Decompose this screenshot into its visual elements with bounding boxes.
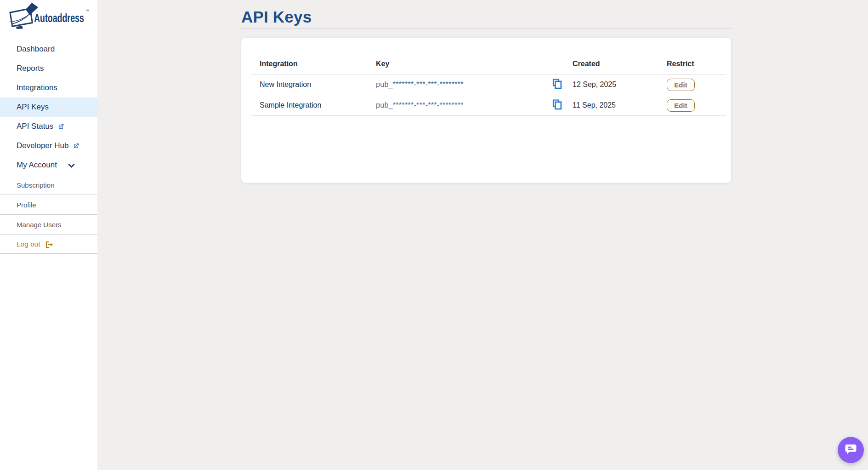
sidebar-item-label: API Status xyxy=(17,122,53,131)
sidebar-item-label: Dashboard xyxy=(17,45,55,54)
brand-trademark: ™ xyxy=(85,9,90,13)
sidebar-subitem-label: Profile xyxy=(17,201,36,209)
sidebar-item-integrations[interactable]: Integrations xyxy=(0,78,97,97)
copy-key-button[interactable] xyxy=(552,79,562,91)
logout-label: Log out xyxy=(17,240,40,248)
sidebar-item-label: API Keys xyxy=(17,103,49,112)
chat-widget-button[interactable] xyxy=(838,437,864,463)
table-row: Sample Integration pub_*******-***-***-*… xyxy=(251,95,726,116)
sidebar-item-manage-users[interactable]: Manage Users xyxy=(0,214,97,234)
chat-bubble-icon xyxy=(845,444,857,457)
api-key-value[interactable]: pub_*******-***-***-******** xyxy=(376,101,464,109)
integration-name: New Integration xyxy=(251,80,376,89)
external-link-icon xyxy=(73,143,79,149)
sidebar-subitem-label: Manage Users xyxy=(17,221,62,229)
sidebar-item-api-keys[interactable]: API Keys xyxy=(0,97,97,117)
sidebar-nav: Dashboard Reports Integrations API Keys … xyxy=(0,40,97,254)
sidebar-subitem-label: Subscription xyxy=(17,181,55,189)
chevron-down-icon xyxy=(68,164,75,168)
sidebar-item-my-account[interactable]: My Account xyxy=(0,155,97,175)
brand-logo[interactable]: Autoaddress ™ xyxy=(0,0,97,30)
brand-name: Autoaddress xyxy=(34,11,84,24)
copy-icon xyxy=(552,79,562,91)
created-date: 12 Sep, 2025 xyxy=(573,80,667,89)
column-header-created: Created xyxy=(573,60,667,68)
sidebar-item-logout[interactable]: Log out xyxy=(0,234,97,254)
copy-key-button[interactable] xyxy=(552,99,562,111)
edit-button[interactable]: Edit xyxy=(667,79,695,91)
column-header-key: Key xyxy=(376,60,552,68)
sidebar-item-label: Developer Hub xyxy=(17,141,68,150)
sidebar-item-label: Integrations xyxy=(17,83,57,92)
table-header-row: Integration Key Created Restrict xyxy=(251,53,726,75)
table-row: New Integration pub_*******-***-***-****… xyxy=(251,75,726,95)
sidebar-item-dashboard[interactable]: Dashboard xyxy=(0,40,97,59)
sidebar-item-label: My Account xyxy=(17,160,57,170)
main-content: API Keys Integration Key Created Restric… xyxy=(97,0,868,470)
integration-name: Sample Integration xyxy=(251,101,376,109)
page-title: API Keys xyxy=(241,7,731,29)
column-header-restrict: Restrict xyxy=(667,60,726,68)
sidebar-item-developer-hub[interactable]: Developer Hub xyxy=(0,136,97,155)
logout-icon xyxy=(45,241,54,248)
copy-icon xyxy=(552,99,562,111)
external-link-icon xyxy=(57,123,64,130)
created-date: 11 Sep, 2025 xyxy=(573,101,667,109)
sidebar: Autoaddress ™ Dashboard Reports Integrat… xyxy=(0,0,97,470)
api-keys-card: Integration Key Created Restrict New Int… xyxy=(241,38,731,183)
sidebar-item-subscription[interactable]: Subscription xyxy=(0,175,97,195)
sidebar-item-profile[interactable]: Profile xyxy=(0,195,97,214)
sidebar-item-api-status[interactable]: API Status xyxy=(0,117,97,136)
sidebar-item-label: Reports xyxy=(17,64,44,73)
column-header-integration: Integration xyxy=(251,60,376,68)
edit-button[interactable]: Edit xyxy=(667,99,695,112)
autoaddress-logo-icon: Autoaddress ™ xyxy=(7,2,97,30)
sidebar-item-reports[interactable]: Reports xyxy=(0,59,97,78)
api-key-value[interactable]: pub_*******-***-***-******** xyxy=(376,80,464,88)
